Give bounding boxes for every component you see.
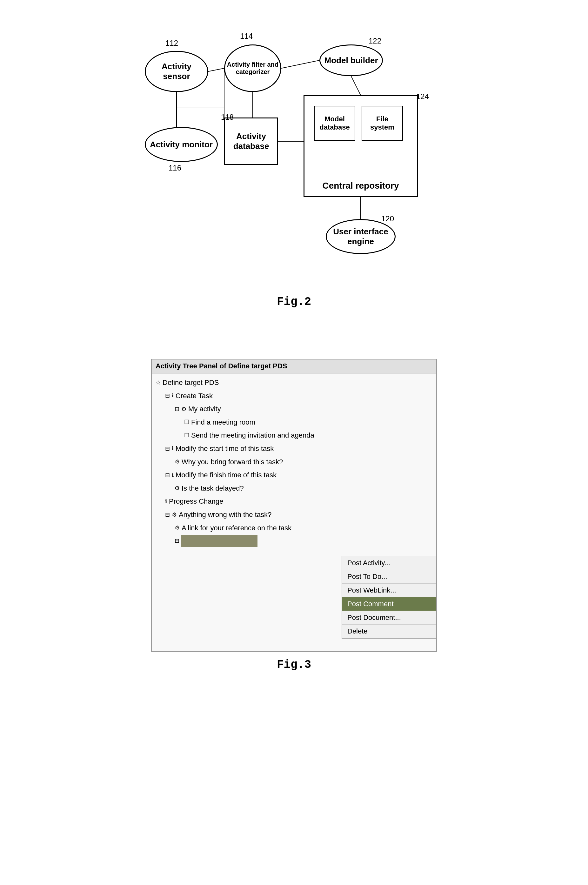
tree-row: ⊟ ⚙ Anything wrong with the task? xyxy=(165,508,432,521)
tree-row: ⚙ A link for your reference on the task xyxy=(175,521,432,535)
expand-icon: ⊟ xyxy=(165,444,170,454)
activity-icon: ⚙ xyxy=(175,457,180,467)
ref-116: 116 xyxy=(169,164,181,172)
star-icon: ☆ xyxy=(156,378,160,388)
activity-monitor-node: Activity monitor xyxy=(145,127,218,162)
selected-item[interactable] xyxy=(181,535,258,547)
panel-wrapper: Activity Tree Panel of Define target PDS… xyxy=(151,359,437,652)
expand-icon: ⊟ xyxy=(165,510,170,520)
doc-icon: ☐ xyxy=(184,417,189,427)
fig2-caption: Fig.2 xyxy=(0,289,588,321)
model-builder-node: Model builder xyxy=(320,45,383,76)
fig3-diagram: Activity Tree Panel of Define target PDS… xyxy=(0,333,588,710)
info-icon: ℹ xyxy=(165,497,167,506)
tree-row: ⊟ ℹ Create Task xyxy=(165,389,432,403)
ui-engine-node: User interface engine xyxy=(326,219,396,254)
context-menu-post-todo[interactable]: Post To Do... xyxy=(342,570,436,584)
context-menu-post-weblink[interactable]: Post WebLink... xyxy=(342,584,436,597)
model-database-box: Model database xyxy=(314,106,355,141)
tree-row: ⊟ ⚙ My activity xyxy=(175,402,432,416)
ref-124: 124 xyxy=(416,92,429,101)
tree-row: ☐ Send the meeting invitation and agenda xyxy=(184,429,432,442)
diagram-area: 112 Activity sensor 114 Activity filter … xyxy=(135,19,453,289)
activity-icon: ⚙ xyxy=(181,404,186,414)
tree-row: ☆ Define target PDS xyxy=(156,376,432,389)
tree-row: ☐ Find a meeting room xyxy=(184,416,432,429)
expand-icon: ⊟ xyxy=(175,536,179,546)
ref-120: 120 xyxy=(381,214,394,223)
context-menu-delete[interactable]: Delete xyxy=(342,625,436,638)
activity-database-node: Activity database xyxy=(224,117,278,165)
tree-row: ℹ Progress Change xyxy=(165,495,432,508)
tree-panel-header: Activity Tree Panel of Define target PDS xyxy=(152,360,436,374)
info-icon: ℹ xyxy=(172,391,174,400)
file-system-box: File system xyxy=(362,106,403,141)
tree-row-highlighted[interactable]: ⊟ xyxy=(175,534,432,547)
activity-icon: ⚙ xyxy=(172,510,177,520)
activity-filter-node: Activity filter andcategorizer xyxy=(224,45,281,92)
info-icon: ℹ xyxy=(172,471,174,480)
fig2-diagram: 112 Activity sensor 114 Activity filter … xyxy=(0,0,588,333)
activity-sensor-node: Activity sensor xyxy=(145,51,208,92)
fig3-caption: Fig.3 xyxy=(0,652,588,684)
tree-panel: Activity Tree Panel of Define target PDS… xyxy=(151,359,437,652)
tree-row: ⚙ Why you bring forward this task? xyxy=(175,455,432,469)
context-menu-post-document[interactable]: Post Document... xyxy=(342,611,436,625)
expand-icon: ⊟ xyxy=(165,391,170,401)
context-menu[interactable]: Post Activity... Post To Do... Post WebL… xyxy=(342,556,437,639)
activity-icon: ⚙ xyxy=(175,483,180,493)
tree-row: ⊟ ℹ Modify the finish time of this task xyxy=(165,468,432,482)
context-menu-post-comment[interactable]: Post Comment xyxy=(342,597,436,611)
tree-row: ⊟ ℹ Modify the start time of this task xyxy=(165,442,432,455)
central-repo-label: Central repository xyxy=(304,181,417,191)
expand-icon: ⊟ xyxy=(165,470,170,480)
inner-boxes: Model database File system xyxy=(314,106,403,141)
activity-icon: ⚙ xyxy=(175,523,180,533)
ref-122: 122 xyxy=(369,36,381,45)
expand-icon: ⊟ xyxy=(175,404,179,414)
ref-112: 112 xyxy=(165,39,178,48)
central-repo-node: Model database File system Central repos… xyxy=(303,95,418,197)
ref-114: 114 xyxy=(240,32,253,40)
tree-row: ⚙ Is the task delayed? xyxy=(175,482,432,495)
context-menu-post-activity[interactable]: Post Activity... xyxy=(342,556,436,570)
svg-line-5 xyxy=(281,60,320,68)
doc-icon: ☐ xyxy=(184,430,189,440)
svg-line-0 xyxy=(208,68,224,72)
svg-line-6 xyxy=(351,76,361,95)
info-icon: ℹ xyxy=(172,444,174,453)
